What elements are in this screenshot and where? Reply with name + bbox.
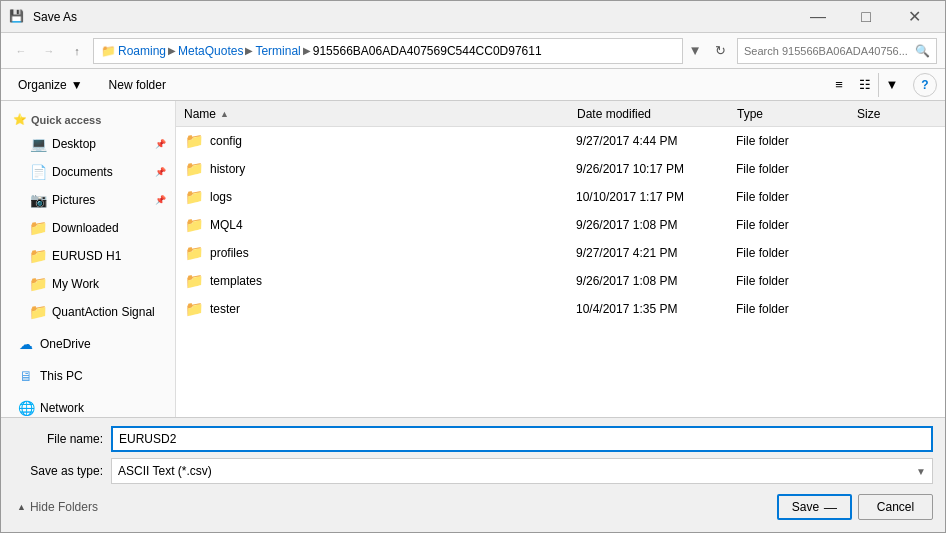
col-header-name[interactable]: Name ▲ [184, 101, 577, 126]
table-row[interactable]: 📁 templates 9/26/2017 1:08 PM File folde… [176, 267, 945, 295]
file-type-cell: File folder [736, 134, 856, 148]
network-icon: 🌐 [18, 400, 34, 416]
folder-icon: 📁 [185, 244, 204, 262]
help-button[interactable]: ? [913, 73, 937, 97]
sidebar-item-eurusd[interactable]: 📁 EURUSD H1 [1, 242, 175, 270]
view-details-button[interactable]: ☷ [852, 73, 878, 97]
table-row[interactable]: 📁 profiles 9/27/2017 4:21 PM File folder [176, 239, 945, 267]
pin-icon-desktop: 📌 [155, 139, 166, 149]
action-row: ▲ Hide Folders Save ⸻ Cancel [13, 490, 933, 524]
col-header-size[interactable]: Size [857, 101, 937, 126]
col-header-date[interactable]: Date modified [577, 101, 737, 126]
save-as-dialog: 💾 Save As — □ ✕ ← → ↑ 📁 Roaming ▶ MetaQu… [0, 0, 946, 533]
maximize-button[interactable]: □ [843, 2, 889, 32]
thispc-section: 🖥 This PC [1, 362, 175, 390]
search-icon: 🔍 [915, 44, 930, 58]
search-input[interactable] [744, 45, 911, 57]
file-list-header: Name ▲ Date modified Type Size [176, 101, 945, 127]
up-button[interactable]: ↑ [65, 39, 89, 63]
file-type-cell: File folder [736, 190, 856, 204]
file-date-cell: 10/4/2017 1:35 PM [576, 302, 736, 316]
bc-metaquotes[interactable]: MetaQuotes [178, 44, 243, 58]
bc-current: 915566BA06ADA407569C544CC0D97611 [313, 44, 542, 58]
pictures-icon: 📷 [30, 192, 46, 208]
file-name-cell: 📁 tester [185, 300, 576, 318]
sidebar-downloaded-label: Downloaded [52, 221, 119, 235]
savetype-select[interactable]: ASCII Text (*.csv) ▼ [111, 458, 933, 484]
network-section: 🌐 Network [1, 394, 175, 417]
view-options: ≡ ☷ ▼ [826, 73, 905, 97]
sidebar-item-onedrive[interactable]: ☁ OneDrive [1, 330, 175, 358]
file-date-cell: 10/10/2017 1:17 PM [576, 190, 736, 204]
folder-icon: 📁 [100, 43, 116, 59]
mywork-folder-icon: 📁 [30, 276, 46, 292]
file-name-cell: 📁 history [185, 160, 576, 178]
file-type-cell: File folder [736, 246, 856, 260]
sidebar-item-quantaction[interactable]: 📁 QuantAction Signal [1, 298, 175, 326]
sidebar-item-documents[interactable]: 📄 Documents 📌 [1, 158, 175, 186]
cursor-icon: ⸻ [823, 499, 837, 515]
table-row[interactable]: 📁 config 9/27/2017 4:44 PM File folder [176, 127, 945, 155]
organize-dropdown-icon: ▼ [71, 78, 83, 92]
folder-icon: 📁 [185, 188, 204, 206]
forward-button[interactable]: → [37, 39, 61, 63]
pin-icon-pictures: 📌 [155, 195, 166, 205]
breadcrumb-dropdown-button[interactable]: ▼ [687, 38, 703, 64]
sidebar-onedrive-label: OneDrive [40, 337, 91, 351]
filename-row: File name: [13, 426, 933, 452]
sidebar-desktop-label: Desktop [52, 137, 96, 151]
refresh-button[interactable]: ↻ [707, 38, 733, 64]
folder-icon: 📁 [185, 132, 204, 150]
downloaded-folder-icon: 📁 [30, 220, 46, 236]
sidebar-item-network[interactable]: 🌐 Network [1, 394, 175, 417]
minimize-button[interactable]: — [795, 2, 841, 32]
close-button[interactable]: ✕ [891, 2, 937, 32]
folder-icon: 📁 [185, 216, 204, 234]
savetype-label: Save as type: [13, 464, 103, 478]
organize-button[interactable]: Organize ▼ [9, 73, 92, 97]
filename-input[interactable] [111, 426, 933, 452]
sidebar-item-mywork[interactable]: 📁 My Work [1, 270, 175, 298]
back-button[interactable]: ← [9, 39, 33, 63]
table-row[interactable]: 📁 history 9/26/2017 10:17 PM File folder [176, 155, 945, 183]
thispc-icon: 🖥 [18, 368, 34, 384]
file-type-cell: File folder [736, 218, 856, 232]
organize-label: Organize [18, 78, 67, 92]
save-label: Save [792, 500, 819, 514]
content-area: Name ▲ Date modified Type Size 📁 config [176, 101, 945, 417]
quick-access-label: Quick access [31, 114, 101, 126]
quantaction-folder-icon: 📁 [30, 304, 46, 320]
table-row[interactable]: 📁 logs 10/10/2017 1:17 PM File folder [176, 183, 945, 211]
chevron-up-icon: ▲ [17, 502, 26, 512]
file-name-cell: 📁 profiles [185, 244, 576, 262]
bc-terminal[interactable]: Terminal [255, 44, 300, 58]
table-row[interactable]: 📁 MQL4 9/26/2017 1:08 PM File folder [176, 211, 945, 239]
bc-roaming[interactable]: Roaming [118, 44, 166, 58]
breadcrumb[interactable]: 📁 Roaming ▶ MetaQuotes ▶ Terminal ▶ 9155… [93, 38, 683, 64]
sidebar-pictures-label: Pictures [52, 193, 95, 207]
view-list-button[interactable]: ≡ [826, 73, 852, 97]
hide-folders-label: Hide Folders [30, 500, 98, 514]
sidebar-item-desktop[interactable]: 💻 Desktop 📌 [1, 130, 175, 158]
address-bar: ← → ↑ 📁 Roaming ▶ MetaQuotes ▶ Terminal … [1, 33, 945, 69]
cancel-button[interactable]: Cancel [858, 494, 933, 520]
sidebar-item-pictures[interactable]: 📷 Pictures 📌 [1, 186, 175, 214]
file-type-cell: File folder [736, 274, 856, 288]
new-folder-label: New folder [109, 78, 166, 92]
table-row[interactable]: 📁 tester 10/4/2017 1:35 PM File folder [176, 295, 945, 323]
col-header-type[interactable]: Type [737, 101, 857, 126]
cancel-label: Cancel [877, 500, 914, 514]
new-folder-button[interactable]: New folder [100, 73, 175, 97]
file-date-cell: 9/26/2017 10:17 PM [576, 162, 736, 176]
file-date-cell: 9/27/2017 4:21 PM [576, 246, 736, 260]
toolbar: Organize ▼ New folder ≡ ☷ ▼ ? [1, 69, 945, 101]
quick-access-icon: ⭐ [13, 113, 27, 126]
sidebar: ⭐ Quick access 💻 Desktop 📌 📄 Documents 📌… [1, 101, 176, 417]
sidebar-item-thispc[interactable]: 🖥 This PC [1, 362, 175, 390]
sidebar-mywork-label: My Work [52, 277, 99, 291]
sidebar-item-downloaded[interactable]: 📁 Downloaded [1, 214, 175, 242]
onedrive-icon: ☁ [18, 336, 34, 352]
hide-folders-button[interactable]: ▲ Hide Folders [13, 500, 102, 514]
view-dropdown-button[interactable]: ▼ [879, 73, 905, 97]
save-button[interactable]: Save ⸻ [777, 494, 852, 520]
